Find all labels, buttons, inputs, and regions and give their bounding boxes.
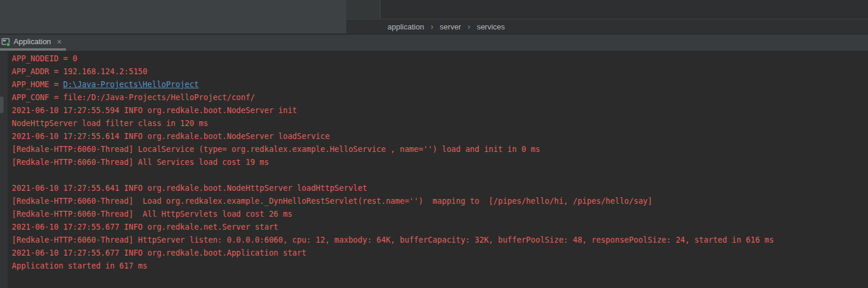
console-text: Application started in 617 ms	[12, 261, 147, 270]
console-line: 2021-06-10 17:27:55.677 INFO org.redkale…	[12, 247, 868, 260]
console-gutter	[0, 51, 8, 288]
running-indicator	[6, 42, 10, 46]
breadcrumb: application › server › services	[346, 19, 868, 34]
console-text: [Redkale-HTTP:6060-Thread] HttpServer li…	[12, 236, 774, 244]
console-line: 2021-06-10 17:27:55.614 INFO org.redkale…	[12, 130, 868, 143]
chevron-right-icon: ›	[468, 22, 471, 31]
console-text: [Redkale-HTTP:6060-Thread] LocalService …	[12, 145, 540, 154]
breadcrumb-item-services[interactable]: services	[476, 22, 506, 31]
console-line: Application started in 617 ms	[12, 260, 868, 273]
scrollbar-thumb[interactable]	[0, 97, 4, 113]
console-line: APP_CONF = file:/D:/Java-Projects/HelloP…	[12, 91, 868, 104]
run-toolwindow-tab-bar: Application ×	[0, 35, 868, 51]
console-text: APP_HOME =	[12, 80, 63, 89]
console-text: 2021-06-10 17:27:55.594 INFO org.redkale…	[12, 106, 297, 115]
console-text: [Redkale-HTTP:6060-Thread] All Services …	[12, 158, 269, 167]
console-text: APP_CONF = file:/D:/Java-Projects/HelloP…	[12, 93, 255, 102]
tab-application-label: Application	[14, 37, 51, 46]
console-icon	[1, 37, 11, 47]
editor-top-section: application › server › services	[0, 0, 868, 35]
console-line: [Redkale-HTTP:6060-Thread] Load org.redk…	[12, 195, 868, 208]
editor-pane-right: application › server › services	[346, 0, 868, 34]
breadcrumb-item-application[interactable]: application	[386, 22, 425, 31]
console-text: [Redkale-HTTP:6060-Thread] Load org.redk…	[12, 197, 652, 206]
console-line: [Redkale-HTTP:6060-Thread] LocalService …	[12, 143, 868, 156]
console-line: APP_ADDR = 192.168.124.2:5150	[12, 65, 868, 78]
console-text: NodeHttpServer load filter class in 120 …	[12, 119, 208, 128]
editor-content-area	[380, 0, 868, 19]
editor-upper-strip	[346, 0, 868, 19]
console-line: APP_NODEID = 0	[12, 52, 868, 65]
ide-window: application › server › services Applicat…	[0, 0, 868, 288]
editor-pane-left	[0, 0, 346, 34]
console-text: 2021-06-10 17:27:55.677 INFO org.redkale…	[12, 223, 279, 231]
console-output: APP_NODEID = 0APP_ADDR = 192.168.124.2:5…	[12, 52, 868, 273]
console-text: APP_ADDR = 192.168.124.2:5150	[12, 67, 147, 76]
console-line: [Redkale-HTTP:6060-Thread] HttpServer li…	[12, 234, 868, 247]
console-line	[12, 169, 868, 182]
console-line: 2021-06-10 17:27:55.594 INFO org.redkale…	[12, 104, 868, 117]
console-text: 2021-06-10 17:27:55.677 INFO org.redkale…	[12, 249, 306, 257]
console-text: 2021-06-10 17:27:55.614 INFO org.redkale…	[12, 132, 330, 141]
run-console[interactable]: APP_NODEID = 0APP_ADDR = 192.168.124.2:5…	[0, 51, 868, 288]
console-text: APP_NODEID = 0	[12, 54, 77, 63]
console-line: [Redkale-HTTP:6060-Thread] All Services …	[12, 156, 868, 169]
console-line: 2021-06-10 17:27:55.677 INFO org.redkale…	[12, 221, 868, 234]
tab-application[interactable]: Application ×	[1, 35, 62, 48]
file-path-link[interactable]: D:\Java-Projects\HelloProject	[63, 80, 198, 89]
console-line: 2021-06-10 17:27:55.641 INFO org.redkale…	[12, 182, 868, 195]
editor-gutter-strip	[346, 0, 380, 19]
breadcrumb-item-server[interactable]: server	[439, 22, 462, 31]
console-text: [Redkale-HTTP:6060-Thread] All HttpServl…	[12, 210, 292, 219]
console-line: [Redkale-HTTP:6060-Thread] All HttpServl…	[12, 208, 868, 221]
chevron-right-icon: ›	[430, 22, 433, 31]
console-text: 2021-06-10 17:27:55.641 INFO org.redkale…	[12, 184, 367, 193]
close-icon[interactable]: ×	[57, 38, 62, 46]
console-line: NodeHttpServer load filter class in 120 …	[12, 117, 868, 130]
console-line: APP_HOME = D:\Java-Projects\HelloProject	[12, 78, 868, 91]
